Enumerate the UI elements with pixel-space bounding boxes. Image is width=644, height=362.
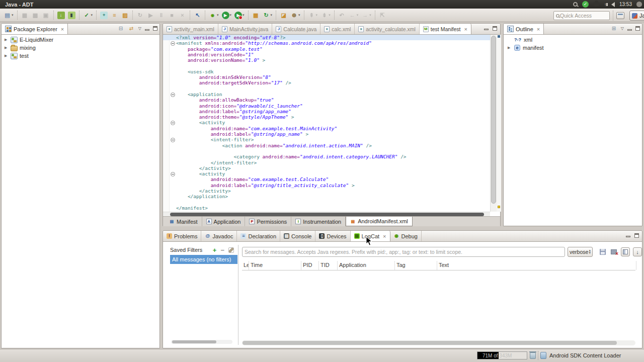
search-icon[interactable] <box>573 2 578 7</box>
close-icon[interactable]: × <box>61 26 64 32</box>
code-line[interactable]: android:icon="@drawable/ic_launcher" <box>176 103 490 109</box>
minimize-icon[interactable] <box>145 29 149 31</box>
editor-tab-mainactivity-java[interactable]: JMainActivity.java <box>218 24 272 34</box>
expand-arrow-icon[interactable]: ▶ <box>5 46 9 50</box>
run-junit-button[interactable]: ✓▾ <box>82 11 94 20</box>
avd-manager-button[interactable]: ▮ <box>67 11 76 20</box>
annotation-ruler[interactable] <box>163 35 170 212</box>
code-line[interactable]: android:label="@string/title_activity_ca… <box>176 183 490 188</box>
minimize-icon[interactable] <box>626 236 630 237</box>
profile-dropdown[interactable]: ▾ <box>243 13 245 17</box>
code-line[interactable]: <?xml version="1.0" encoding="utf-8"?> <box>163 35 490 40</box>
input-method-status-icon[interactable]: ✓ <box>582 1 589 8</box>
minimize-icon[interactable] <box>484 29 489 30</box>
column-header-pid[interactable]: PID <box>301 261 319 270</box>
spinner-arrows-icon[interactable]: ▲▼ <box>588 249 591 254</box>
scrollbar-thumb[interactable] <box>170 213 484 216</box>
debug-button[interactable]: ◉▾ <box>208 11 220 20</box>
code-line[interactable]: <application <box>176 92 490 97</box>
column-header-time[interactable]: Time <box>249 261 301 270</box>
code-line[interactable]: </intent-filter> <box>176 160 490 165</box>
view-tab-declaration[interactable]: ≡Declaration <box>237 231 280 241</box>
job-status-label[interactable]: Android SDK Content Loader <box>549 352 621 358</box>
external-tools-button[interactable]: ↻▾ <box>262 11 274 20</box>
ddms-trace-button[interactable]: ▨ <box>120 11 130 20</box>
maximize-icon[interactable] <box>153 26 157 31</box>
code-line[interactable]: android:name="com.example.test.Calculate… <box>176 176 490 182</box>
profile-button[interactable]: ▶▾ <box>233 11 246 20</box>
code-line[interactable] <box>176 200 490 205</box>
android-sdk-manager-button[interactable]: ↓ <box>56 11 66 20</box>
fold-collapse-icon[interactable] <box>170 171 176 176</box>
overview-ruler[interactable] <box>497 35 501 212</box>
weather-cloud-icon[interactable] <box>593 3 600 6</box>
overview-marker-cursor[interactable] <box>498 35 500 38</box>
expand-arrow-icon[interactable]: ▶ <box>508 46 512 50</box>
column-header-text[interactable]: Text <box>437 261 636 270</box>
debug-dropdown[interactable]: ▾ <box>217 13 219 17</box>
outline-item-manifest[interactable]: ▶emanifest <box>504 44 642 52</box>
code-line[interactable]: <activity <box>176 171 490 176</box>
manifest-page-tab-manifest[interactable]: ▤Manifest <box>165 217 202 226</box>
view-tab-problems[interactable]: !Problems <box>163 231 201 241</box>
code-line[interactable]: android:versionCode="1" <box>176 52 490 57</box>
editor-tab-calculate-java[interactable]: JCalculate.java <box>272 24 320 34</box>
code-line[interactable]: android:name="com.example.test.MainActiv… <box>176 126 490 131</box>
saved-filters-scrollbar[interactable] <box>171 340 232 344</box>
fold-collapse-icon[interactable] <box>170 137 176 142</box>
editor-tab-activity-main-xml[interactable]: xactivity_main.xml <box>163 24 218 34</box>
code-line[interactable] <box>176 63 490 68</box>
select-pointer-button[interactable]: ↖ <box>193 11 202 20</box>
manifest-page-tab-instrumentation[interactable]: IInstrumentation <box>291 217 346 226</box>
new-android-xml-button[interactable]: + <box>99 11 109 20</box>
view-tab-javadoc[interactable]: @Javadoc <box>201 231 237 241</box>
code-line[interactable]: <category android:name="android.intent.c… <box>176 154 490 159</box>
java-perspective-button[interactable]: Java <box>629 11 644 21</box>
view-menu-icon[interactable]: ▽ <box>621 26 624 31</box>
column-header-application[interactable]: Application <box>338 261 395 270</box>
search-button[interactable]: ⊕▾ <box>289 11 301 20</box>
lint-check-button[interactable]: ≡ <box>110 11 119 20</box>
logcat-horizontal-scrollbar[interactable] <box>242 340 635 345</box>
system-menu-icon[interactable] <box>636 2 642 7</box>
open-resource-button[interactable]: ◪ <box>279 11 288 20</box>
code-line[interactable]: </activity> <box>176 165 490 171</box>
expand-arrow-icon[interactable]: ▶ <box>5 54 9 58</box>
manifest-page-tab-androidmanifest-xml[interactable]: ▤AndroidManifest.xml <box>346 217 413 226</box>
editor-tab-calc-xml[interactable]: xcalc.xml <box>320 24 355 34</box>
filter-item-all-messages[interactable]: All messages (no filters) <box>170 255 237 264</box>
code-line[interactable]: </manifest> <box>176 205 490 211</box>
tree-item-e-liquidmixer[interactable]: ▶E-LiquidMixer <box>2 36 159 44</box>
editor-horizontal-scrollbar[interactable] <box>163 212 490 216</box>
code-line[interactable]: <intent-filter> <box>176 137 490 142</box>
edit-filter-icon[interactable] <box>228 247 234 253</box>
fold-collapse-icon[interactable] <box>170 120 176 125</box>
toggle-filters-pane-button[interactable] <box>621 247 630 256</box>
code-line[interactable]: android:label="@string/app_name" > <box>176 131 490 137</box>
code-line[interactable]: android:allowBackup="true" <box>176 97 490 103</box>
fold-collapse-icon[interactable] <box>170 40 176 46</box>
fold-collapse-icon[interactable] <box>170 92 176 97</box>
close-icon[interactable]: × <box>537 26 540 32</box>
new-wizard-dropdown[interactable]: ▾ <box>12 13 14 17</box>
code-line[interactable]: <uses-sdk <box>176 69 490 74</box>
column-header-tid[interactable]: TID <box>319 261 338 270</box>
add-filter-icon[interactable]: + <box>213 246 217 254</box>
outline-item-xml[interactable]: ?-?xml <box>504 36 642 44</box>
scrollbar-thumb[interactable] <box>172 340 216 343</box>
tree-item-mixing[interactable]: ▶mixing <box>2 44 159 52</box>
code-line[interactable]: <action android:name="android.intent.act… <box>176 143 490 148</box>
maximize-icon[interactable] <box>635 26 640 31</box>
code-line[interactable]: android:minSdkVersion="8" <box>176 74 490 80</box>
column-header-tag[interactable]: Tag <box>395 261 437 270</box>
new-wizard-button[interactable]: ▤▾ <box>3 11 15 20</box>
view-tab-debug[interactable]: ◉Debug <box>390 231 422 241</box>
editor-vertical-scrollbar[interactable] <box>490 35 497 212</box>
code-line[interactable]: <manifest xmlns:android="http://schemas.… <box>176 40 490 46</box>
logcat-search-input[interactable] <box>245 247 562 256</box>
scrollbar-thumb[interactable] <box>243 341 617 345</box>
logcat-search-box[interactable] <box>242 247 565 257</box>
code-line[interactable] <box>176 86 490 92</box>
external-tools-dropdown[interactable]: ▾ <box>271 13 273 17</box>
maximize-icon[interactable] <box>493 26 497 31</box>
